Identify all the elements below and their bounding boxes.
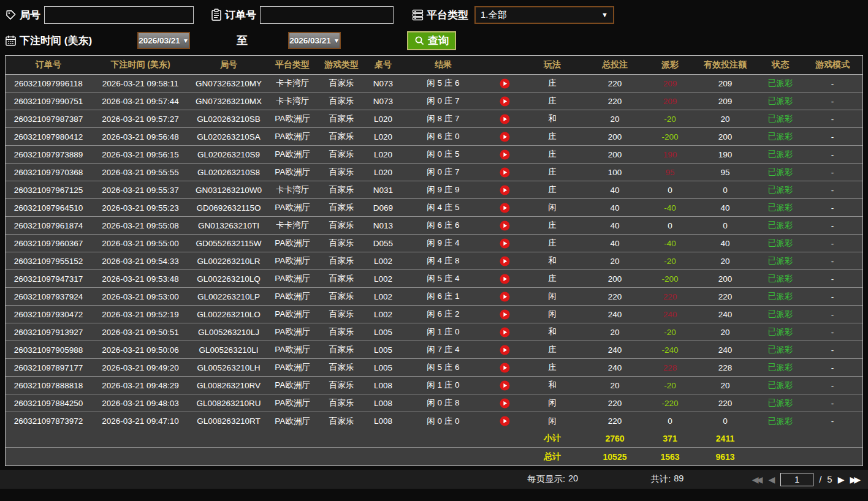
replay-play-button[interactable] bbox=[500, 220, 510, 231]
cell-game-type: 百家乐 bbox=[317, 309, 366, 320]
cell-platform: 卡卡湾厅 bbox=[268, 78, 317, 89]
cell-order-number: 260321097996118 bbox=[6, 79, 91, 88]
round-number-input[interactable] bbox=[44, 6, 194, 24]
cell-game-type: 百家乐 bbox=[317, 362, 366, 373]
subtotal-row: 小计 2760 371 2411 bbox=[6, 430, 862, 448]
table-row: 260321097960367 2026-03-21 09:55:00 GD05… bbox=[6, 235, 862, 252]
cell-round-number: GL008263210RU bbox=[189, 399, 268, 408]
header-play-type: 玩法 bbox=[523, 59, 582, 70]
cell-table-number: L002 bbox=[366, 257, 400, 266]
cell-order-number: 260321097967125 bbox=[6, 186, 91, 195]
next-page-button[interactable]: ▶ bbox=[838, 475, 845, 484]
cell-table-number: L020 bbox=[366, 168, 400, 177]
cell-result: 闲 1 庄 0 bbox=[400, 326, 486, 337]
page-number-input[interactable] bbox=[780, 473, 813, 486]
replay-play-button[interactable] bbox=[500, 185, 510, 195]
order-number-input[interactable] bbox=[260, 6, 394, 24]
cell-total-bet: 40 bbox=[582, 221, 648, 230]
replay-play-button[interactable] bbox=[500, 309, 510, 320]
cell-game-type: 百家乐 bbox=[317, 291, 366, 302]
replay-play-button[interactable] bbox=[500, 238, 510, 249]
cell-valid-bet: 190 bbox=[692, 150, 758, 159]
cell-total-bet: 220 bbox=[582, 79, 648, 88]
order-number-label: 订单号 bbox=[225, 8, 256, 22]
cell-payout: -20 bbox=[648, 115, 692, 124]
cell-bet-time: 2026-03-21 09:53:48 bbox=[91, 274, 189, 284]
replay-play-button[interactable] bbox=[500, 167, 510, 178]
cell-payout: 220 bbox=[648, 292, 692, 301]
cell-bet-time: 2026-03-21 09:55:08 bbox=[91, 221, 189, 230]
replay-play-button[interactable] bbox=[500, 345, 510, 355]
replay-play-button[interactable] bbox=[500, 132, 510, 142]
replay-play-button[interactable] bbox=[500, 363, 510, 373]
date-range-to-label: 至 bbox=[237, 33, 248, 48]
cell-order-number: 260321097990751 bbox=[6, 97, 91, 106]
cell-total-bet: 20 bbox=[582, 115, 648, 124]
search-button[interactable]: 查询 bbox=[407, 31, 456, 50]
cell-bet-time: 2026-03-21 09:57:44 bbox=[91, 97, 189, 106]
cell-payout: -20 bbox=[648, 328, 692, 337]
date-from-picker[interactable]: 2026/03/21 ▼ bbox=[137, 32, 190, 49]
cell-valid-bet: 20 bbox=[692, 257, 758, 266]
cell-table-number: L020 bbox=[366, 115, 400, 124]
table-header-row: 订单号 下注时间 (美东) 局号 平台类型 游戏类型 桌号 结果 玩法 总投注 … bbox=[6, 56, 862, 75]
status-badge: 已派彩 bbox=[758, 184, 802, 195]
cell-round-number: GL020263210S9 bbox=[189, 150, 268, 159]
header-total-bet: 总投注 bbox=[582, 59, 648, 70]
first-page-button[interactable]: ◀◀ bbox=[752, 475, 763, 484]
table-row: 260321097990751 2026-03-21 09:57:44 GN07… bbox=[6, 92, 862, 110]
cell-game-mode: - bbox=[802, 79, 862, 88]
replay-play-button[interactable] bbox=[500, 149, 510, 160]
prev-page-button[interactable]: ◀ bbox=[768, 475, 775, 484]
date-to-picker[interactable]: 2026/03/21 ▼ bbox=[288, 32, 341, 49]
replay-play-button[interactable] bbox=[500, 274, 510, 284]
platform-type-select[interactable]: 1.全部 ▼ bbox=[474, 6, 614, 24]
status-badge: 已派彩 bbox=[758, 220, 802, 231]
cell-platform: PA欧洲厅 bbox=[268, 309, 317, 320]
replay-play-button[interactable] bbox=[500, 78, 510, 89]
play-icon bbox=[500, 149, 510, 160]
cell-game-mode: - bbox=[802, 203, 862, 213]
cell-game-mode: - bbox=[802, 381, 862, 390]
play-icon bbox=[500, 96, 510, 107]
cell-round-number: GL005263210LI bbox=[189, 345, 268, 355]
replay-play-button[interactable] bbox=[500, 256, 510, 266]
status-badge: 已派彩 bbox=[758, 344, 802, 355]
cell-total-bet: 220 bbox=[582, 399, 648, 408]
status-badge: 已派彩 bbox=[758, 291, 802, 302]
replay-play-button[interactable] bbox=[500, 203, 510, 213]
cell-total-bet: 40 bbox=[582, 186, 648, 195]
replay-play-button[interactable] bbox=[500, 114, 510, 124]
replay-play-button[interactable] bbox=[500, 96, 510, 107]
cell-order-number: 260321097888818 bbox=[6, 381, 91, 390]
replay-play-button[interactable] bbox=[500, 292, 510, 302]
cell-order-number: 260321097970368 bbox=[6, 168, 91, 177]
cell-play-type: 和 bbox=[523, 380, 582, 391]
cell-total-bet: 40 bbox=[582, 203, 648, 213]
last-page-button[interactable]: ▶▶ bbox=[850, 475, 861, 484]
page-size-value: 20 bbox=[568, 473, 578, 485]
cell-round-number: GL020263210SA bbox=[189, 132, 268, 141]
pagination-bar: 每页显示: 20 共计: 89 ◀◀ ◀ / 5 ▶ ▶▶ bbox=[0, 470, 868, 489]
cell-play-type: 和 bbox=[523, 255, 582, 266]
total-count-value: 89 bbox=[674, 473, 683, 485]
cell-result: 闲 6 庄 2 bbox=[400, 309, 486, 320]
replay-play-button[interactable] bbox=[500, 416, 510, 426]
cell-result: 闲 1 庄 0 bbox=[400, 380, 486, 391]
cell-valid-bet: 40 bbox=[692, 203, 758, 213]
cell-game-type: 百家乐 bbox=[317, 380, 366, 391]
header-table-number: 桌号 bbox=[366, 59, 400, 70]
replay-play-button[interactable] bbox=[500, 327, 510, 337]
grand-total-valid-bet: 9613 bbox=[692, 452, 758, 462]
cell-platform: PA欧洲厅 bbox=[268, 397, 317, 409]
replay-play-button[interactable] bbox=[500, 398, 510, 409]
page-size-label: 每页显示: bbox=[527, 473, 565, 485]
cell-order-number: 260321097884250 bbox=[6, 399, 91, 408]
total-count-info: 共计: 89 bbox=[650, 473, 683, 485]
cell-table-number: L020 bbox=[366, 150, 400, 159]
replay-play-button[interactable] bbox=[500, 380, 510, 391]
play-icon bbox=[500, 274, 510, 284]
cell-platform: PA欧洲厅 bbox=[268, 255, 317, 266]
cell-platform: 卡卡湾厅 bbox=[268, 184, 317, 195]
play-icon bbox=[500, 114, 510, 124]
